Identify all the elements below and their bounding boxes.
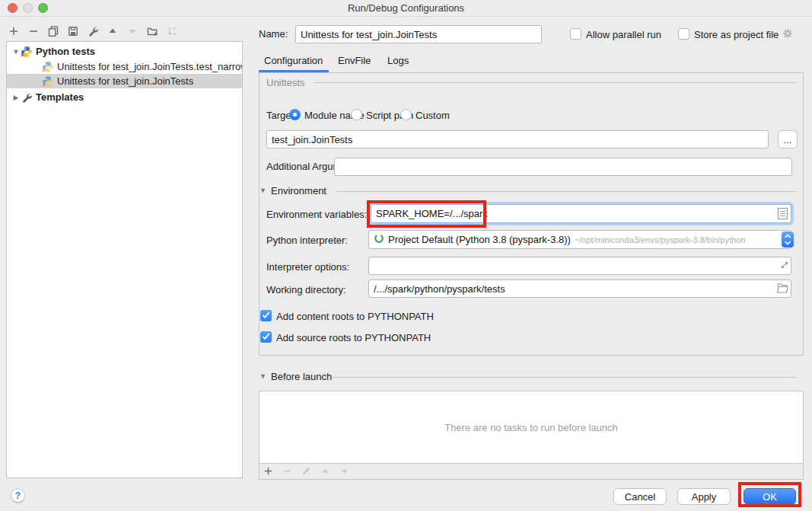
tree-item-python-tests[interactable]: ▼ Python tests xyxy=(7,44,242,59)
titlebar: Run/Debug Configurations xyxy=(0,0,812,17)
save-icon[interactable] xyxy=(67,25,79,37)
sort-alphabetically-icon xyxy=(166,25,178,37)
add-icon[interactable] xyxy=(263,465,275,477)
environment-section-line xyxy=(336,191,797,192)
before-launch-box: There are no tasks to run before launch xyxy=(259,391,804,480)
allow-parallel-run-label: Allow parallel run xyxy=(586,29,661,40)
python-tests-icon xyxy=(21,46,33,58)
move-up-icon[interactable] xyxy=(107,25,119,37)
radio-script-path[interactable] xyxy=(351,109,362,120)
before-launch-section-line xyxy=(333,377,797,378)
configurations-tree: ▼ Python tests Unittests for test_join.J… xyxy=(6,41,243,478)
store-as-project-file-checkbox[interactable] xyxy=(678,28,689,40)
edit-templates-icon[interactable] xyxy=(87,25,99,37)
tree-item-unittest-jointests-selected[interactable]: Unittests for test_join.JoinTests xyxy=(7,74,242,88)
tree-item-label: Unittests for test_join.JoinTests.test_n… xyxy=(57,61,242,72)
tree-item-unittest-narrow[interactable]: Unittests for test_join.JoinTests.test_n… xyxy=(7,59,242,74)
python-interpreter-path: ~/opt/miniconda3/envs/pyspark-3.8/bin/py… xyxy=(575,235,746,244)
sidebar-toolbar xyxy=(8,23,178,40)
new-folder-icon[interactable] xyxy=(146,25,158,37)
working-directory-label: Working directory: xyxy=(266,284,346,295)
run-debug-configurations-dialog: Run/Debug Configurations ▼ Python tests … xyxy=(0,0,812,511)
name-input[interactable] xyxy=(295,25,542,43)
chevron-right-icon[interactable]: ▶ xyxy=(11,94,21,101)
add-content-roots-label: Add content roots to PYTHONPATH xyxy=(276,311,434,322)
remove-icon[interactable] xyxy=(27,25,40,37)
interpreter-options-input[interactable] xyxy=(368,257,791,275)
add-source-roots-label: Add source roots to PYTHONPATH xyxy=(276,332,431,343)
tab-logs[interactable]: Logs xyxy=(387,55,409,66)
environment-section-label: Environment xyxy=(271,185,326,196)
apply-button[interactable]: Apply xyxy=(677,488,731,505)
browse-button[interactable]: ... xyxy=(778,130,798,149)
tab-configuration[interactable]: Configuration xyxy=(264,55,323,66)
edit-pencil-icon xyxy=(301,465,313,477)
environment-variables-input[interactable] xyxy=(371,204,791,223)
before-launch-task-list[interactable]: There are no tasks to run before launch xyxy=(260,391,803,464)
templates-wrench-icon xyxy=(21,91,33,104)
tree-item-label: Python tests xyxy=(36,46,95,57)
tree-item-templates[interactable]: ▶ Templates xyxy=(7,90,242,104)
before-launch-collapse-icon[interactable]: ▼ xyxy=(260,372,266,380)
environment-variables-editor-icon[interactable] xyxy=(777,207,788,223)
unittests-group-label: Unittests xyxy=(266,77,305,88)
name-label: Name: xyxy=(259,28,288,40)
environment-variables-label: Environment variables: xyxy=(266,209,367,220)
help-button[interactable]: ? xyxy=(11,488,25,503)
chevron-down-icon[interactable]: ▼ xyxy=(11,48,21,56)
conda-icon xyxy=(374,233,384,246)
python-interpreter-value: Project Default (Python 3.8 (pyspark-3.8… xyxy=(388,234,571,245)
add-content-roots-checkbox[interactable] xyxy=(260,310,272,321)
python-test-icon xyxy=(42,75,54,88)
tab-envfile[interactable]: EnvFile xyxy=(338,55,371,66)
python-interpreter-label: Python interpreter: xyxy=(266,235,348,246)
tree-item-label: Unittests for test_join.JoinTests xyxy=(57,75,193,87)
before-launch-section-label: Before launch xyxy=(271,371,332,382)
radio-custom-label: Custom xyxy=(416,110,450,121)
unittests-group-line xyxy=(314,82,797,83)
move-down-icon xyxy=(339,465,351,477)
add-source-roots-checkbox[interactable] xyxy=(260,331,272,343)
move-up-icon xyxy=(320,465,332,477)
tree-item-label: Templates xyxy=(36,91,84,103)
environment-collapse-icon[interactable]: ▼ xyxy=(260,187,266,194)
radio-module-name[interactable] xyxy=(289,109,301,120)
move-down-icon xyxy=(126,25,139,37)
radio-custom[interactable] xyxy=(400,109,412,120)
remove-icon xyxy=(282,465,294,477)
allow-parallel-run-checkbox[interactable] xyxy=(570,28,581,40)
working-directory-input[interactable] xyxy=(368,279,791,298)
copy-icon[interactable] xyxy=(47,25,59,37)
target-input[interactable] xyxy=(266,130,769,149)
gear-icon[interactable] xyxy=(782,27,794,40)
additional-arguments-input[interactable] xyxy=(334,158,792,176)
ok-button[interactable]: OK xyxy=(744,488,796,505)
store-as-project-file-label: Store as project file xyxy=(694,29,779,40)
before-launch-toolbar xyxy=(263,465,351,477)
interpreter-options-label: Interpreter options: xyxy=(266,261,349,273)
cancel-button[interactable]: Cancel xyxy=(613,488,667,505)
folder-icon[interactable] xyxy=(776,283,789,297)
interpreter-dropdown-stepper[interactable] xyxy=(782,232,794,248)
python-interpreter-combobox[interactable]: Project Default (Python 3.8 (pyspark-3.8… xyxy=(368,230,791,249)
window-title: Run/Debug Configurations xyxy=(0,2,812,14)
python-test-icon xyxy=(42,61,54,73)
expand-icon[interactable] xyxy=(779,260,790,273)
before-launch-empty-text: There are no tasks to run before launch xyxy=(444,422,618,433)
add-icon[interactable] xyxy=(8,25,20,37)
